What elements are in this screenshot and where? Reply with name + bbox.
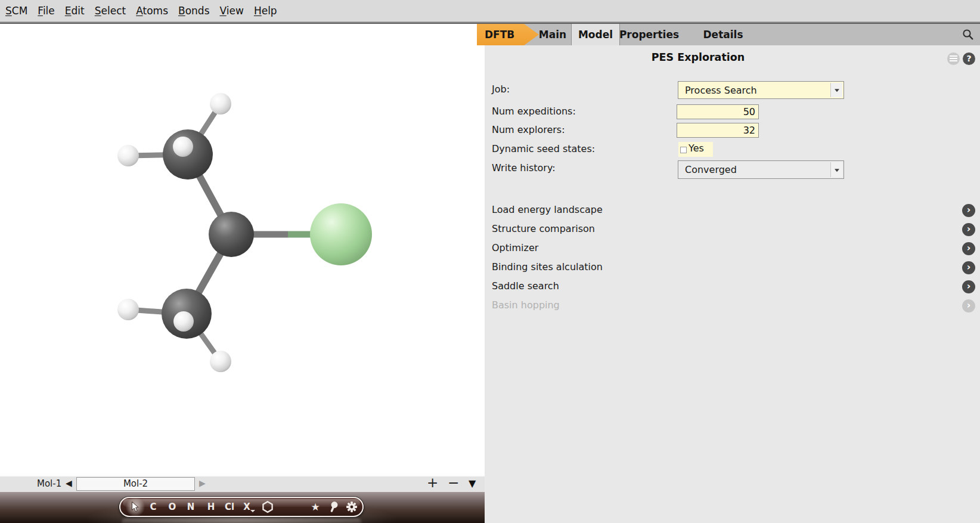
- menu-atoms[interactable]: Atoms: [136, 5, 168, 17]
- quick-toolbar-band: C O N H Cl X ★: [0, 492, 485, 523]
- write-history-select-arrow[interactable]: [830, 162, 842, 177]
- num-explorers-input[interactable]: [677, 123, 759, 138]
- select-cursor-icon[interactable]: [131, 502, 140, 513]
- write-history-select-value: Converged: [685, 161, 737, 178]
- chevron-saddle-search[interactable]: ›: [962, 280, 975, 293]
- num-explorers-label: Num explorers:: [492, 124, 565, 135]
- prev-molecule-icon[interactable]: ◀: [66, 478, 72, 488]
- menu-file[interactable]: File: [38, 5, 54, 17]
- panel-title: PES Exploration: [647, 51, 749, 63]
- section-load-energy-landscape[interactable]: Load energy landscape: [492, 204, 603, 215]
- menu-view[interactable]: View: [220, 5, 244, 17]
- atom-H[interactable]: [117, 299, 139, 320]
- dynamic-seed-states-yes-label[interactable]: Yes: [689, 143, 704, 154]
- tab-details[interactable]: Details: [691, 24, 755, 45]
- element-h-button[interactable]: H: [207, 502, 215, 512]
- section-structure-comparison[interactable]: Structure comparison: [492, 223, 595, 234]
- menu-select[interactable]: Select: [95, 5, 126, 17]
- dynamic-seed-states-label: Dynamic seed states:: [492, 143, 595, 154]
- menu-bar: SCM File Edit Select Atoms Bonds View He…: [0, 0, 980, 21]
- section-binding-sites-calculation[interactable]: Binding sites alculation: [492, 261, 603, 273]
- tab-properties[interactable]: Properties: [616, 24, 682, 45]
- element-cl-button[interactable]: Cl: [225, 502, 234, 512]
- job-label: Job:: [492, 83, 510, 95]
- chevron-optimizer[interactable]: ›: [962, 242, 975, 255]
- next-molecule-icon[interactable]: ▶: [199, 478, 206, 488]
- menu-edit[interactable]: Edit: [65, 5, 85, 17]
- molecule-3d-model[interactable]: [0, 24, 485, 475]
- structures-star-icon[interactable]: ★: [311, 501, 320, 513]
- element-o-button[interactable]: O: [169, 502, 176, 512]
- element-n-button[interactable]: N: [187, 502, 195, 512]
- help-icon[interactable]: ?: [963, 52, 975, 65]
- tab-dftb-logo[interactable]: DFTB: [477, 24, 539, 45]
- section-saddle-search[interactable]: Saddle search: [492, 280, 559, 292]
- section-optimizer[interactable]: Optimizer: [492, 242, 538, 253]
- job-select-value: Process Search: [685, 82, 757, 98]
- settings-gear-icon[interactable]: [346, 502, 358, 513]
- atom-H[interactable]: [173, 137, 193, 157]
- menu-bonds[interactable]: Bonds: [178, 5, 210, 17]
- num-expeditions-label: Num expeditions:: [492, 106, 576, 117]
- probe-pin-icon[interactable]: [329, 502, 339, 513]
- element-c-button[interactable]: C: [150, 502, 156, 512]
- menu-scm[interactable]: SCM: [5, 5, 27, 17]
- atom-H[interactable]: [117, 145, 139, 166]
- section-basin-hopping: Basin hopping: [492, 299, 560, 311]
- atom-Cl[interactable]: [310, 203, 372, 265]
- atom-H[interactable]: [173, 311, 194, 332]
- element-x-button[interactable]: X: [243, 502, 250, 512]
- quick-toolbar: C O N H Cl X ★: [119, 497, 364, 517]
- atom-C[interactable]: [209, 212, 254, 257]
- ring-tool-icon[interactable]: [262, 501, 274, 513]
- write-history-select[interactable]: Converged: [678, 160, 844, 179]
- chevron-structure-comparison[interactable]: ›: [962, 223, 975, 236]
- tab-main[interactable]: Main: [534, 24, 571, 45]
- toolbar-reflection: [122, 518, 361, 523]
- num-expeditions-input[interactable]: [677, 104, 759, 119]
- atom-H[interactable]: [210, 351, 231, 372]
- panel-menu-icon[interactable]: [947, 52, 960, 65]
- element-x-dropdown-icon[interactable]: [250, 510, 255, 512]
- search-icon[interactable]: [962, 29, 974, 41]
- chevron-load-energy-landscape[interactable]: ›: [962, 204, 975, 217]
- mol-1-tab[interactable]: Mol-1: [37, 478, 61, 489]
- write-history-label: Write history:: [492, 162, 556, 174]
- chevron-binding-sites[interactable]: ›: [962, 261, 975, 274]
- molecule-viewer[interactable]: [0, 24, 485, 475]
- molecule-menu-icon[interactable]: ▼: [469, 478, 476, 489]
- add-molecule-icon[interactable]: +: [427, 475, 438, 490]
- dynamic-seed-states-field: Yes: [678, 142, 713, 157]
- tab-model[interactable]: Model: [571, 24, 620, 45]
- job-select[interactable]: Process Search: [678, 81, 844, 99]
- chevron-basin-hopping: ›: [962, 299, 975, 312]
- atom-H[interactable]: [210, 93, 231, 114]
- menu-help[interactable]: Help: [254, 5, 277, 17]
- remove-molecule-icon[interactable]: −: [448, 475, 459, 490]
- job-select-arrow[interactable]: [830, 83, 842, 97]
- application-window: SCM File Edit Select Atoms Bonds View He…: [0, 0, 980, 523]
- input-tab-bar: DFTB Main Model Properties Details: [477, 24, 980, 45]
- mol-2-current-tab[interactable]: Mol-2: [76, 477, 195, 491]
- dynamic-seed-states-checkbox[interactable]: [680, 147, 687, 153]
- molecule-tab-strip: Mol-1 ◀ Mol-2 ▶ + − ▼: [0, 475, 485, 492]
